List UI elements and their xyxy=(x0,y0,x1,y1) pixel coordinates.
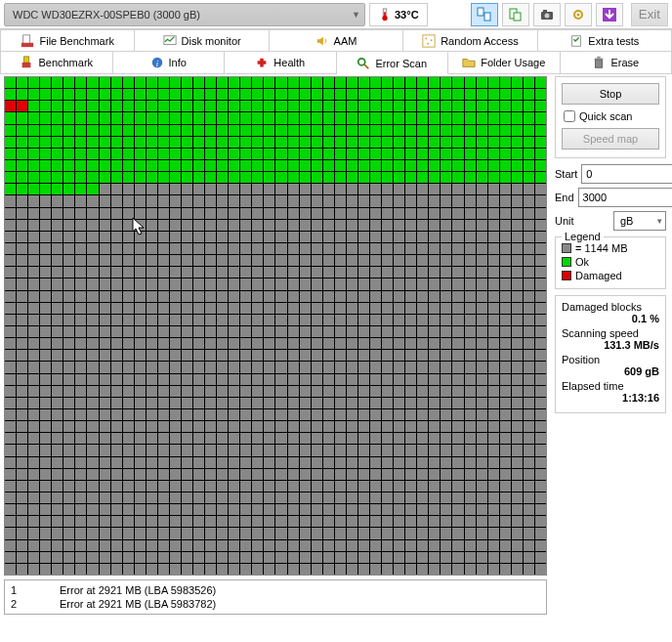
scan-cell xyxy=(264,433,274,444)
scan-cell xyxy=(75,504,86,515)
toolbar-icon-a[interactable] xyxy=(471,3,498,26)
scan-cell xyxy=(347,469,357,480)
scan-cell xyxy=(28,338,39,349)
scan-cell xyxy=(465,528,476,538)
tab-benchmark[interactable]: Benchmark xyxy=(0,52,113,74)
tab-erase[interactable]: Erase xyxy=(561,52,673,74)
unit-select[interactable]: gB▾ xyxy=(613,211,666,231)
tab-extra-tests[interactable]: Extra tests xyxy=(538,29,672,52)
scan-cell xyxy=(252,516,263,527)
scan-cell xyxy=(264,291,274,302)
scan-cell xyxy=(477,362,487,372)
scan-cell xyxy=(335,350,346,361)
scan-cell xyxy=(28,540,39,551)
scan-cell xyxy=(217,564,228,575)
elapsed-label: Elapsed time xyxy=(562,380,659,392)
camera-icon[interactable] xyxy=(533,3,561,26)
scan-cell xyxy=(75,528,86,538)
scan-cell xyxy=(477,220,487,231)
scan-cell xyxy=(123,409,134,420)
scan-cell xyxy=(170,481,181,492)
scan-cell xyxy=(323,409,334,420)
scan-cell xyxy=(240,112,251,123)
scan-cell xyxy=(417,469,428,480)
scan-cell xyxy=(465,516,476,527)
drive-name: WDC WD30EZRX-00SPEB0 (3000 gB) xyxy=(13,9,200,21)
scan-cell xyxy=(158,492,169,503)
scan-cell xyxy=(452,267,463,278)
scan-cell xyxy=(288,504,299,515)
scan-cell xyxy=(158,101,169,111)
scan-cell xyxy=(512,208,523,219)
scan-cell xyxy=(488,374,499,385)
scan-cell xyxy=(288,445,299,455)
scan-cell xyxy=(63,326,74,337)
scan-cell xyxy=(63,350,74,361)
scan-cell xyxy=(370,149,381,159)
scan-cell xyxy=(229,303,239,314)
scan-cell xyxy=(465,149,476,159)
tab-health[interactable]: Health xyxy=(225,52,337,74)
scan-cell xyxy=(229,338,239,349)
scan-cell xyxy=(100,112,110,123)
scan-cell xyxy=(147,232,157,242)
drive-dropdown[interactable]: WDC WD30EZRX-00SPEB0 (3000 gB) ▼ xyxy=(4,3,365,26)
scan-cell xyxy=(75,386,86,397)
scan-cell xyxy=(394,386,404,397)
scan-cell xyxy=(5,208,16,219)
start-input[interactable]: ▲▼ xyxy=(581,164,672,184)
scan-cell xyxy=(382,540,393,551)
scan-cell xyxy=(429,77,440,88)
stop-button[interactable]: Stop xyxy=(562,83,659,105)
scan-cell xyxy=(382,457,393,468)
scan-cell xyxy=(217,160,228,171)
scan-cell xyxy=(382,208,393,219)
end-input[interactable]: ▲▼ xyxy=(578,188,672,207)
scan-cell xyxy=(405,386,416,397)
exit-button[interactable]: Exit xyxy=(631,3,668,26)
tab-error-scan[interactable]: Error Scan xyxy=(337,52,449,74)
scan-cell xyxy=(182,469,192,480)
scan-cell xyxy=(193,504,204,515)
toolbar-icon-b[interactable] xyxy=(502,3,529,26)
scan-cell xyxy=(500,278,511,289)
tab-folder-usage[interactable]: Folder Usage xyxy=(448,52,561,74)
download-icon[interactable] xyxy=(596,3,623,26)
chevron-down-icon: ▼ xyxy=(352,10,360,20)
temperature-badge: 33°C xyxy=(369,3,428,26)
scan-cell xyxy=(370,208,381,219)
scan-cell xyxy=(417,303,428,314)
scan-cell xyxy=(477,101,487,111)
quick-scan-checkbox[interactable]: Quick scan xyxy=(562,110,659,122)
scan-cell xyxy=(205,540,216,551)
tab-disk-monitor[interactable]: Disk monitor xyxy=(135,29,269,52)
scan-cell xyxy=(52,89,63,100)
scan-cell xyxy=(28,220,39,231)
gear-icon[interactable] xyxy=(565,3,592,26)
scan-cell xyxy=(500,255,511,266)
tab-random-access[interactable]: Random Access xyxy=(403,29,537,52)
scan-cell xyxy=(52,564,63,575)
scan-cell xyxy=(417,184,428,194)
scan-cell xyxy=(217,457,228,468)
scan-cell xyxy=(87,445,98,455)
speed-map-button[interactable]: Speed map xyxy=(562,128,659,150)
scan-cell xyxy=(40,362,51,372)
scan-cell xyxy=(535,516,546,527)
scan-cell xyxy=(205,350,216,361)
tab-aam[interactable]: AAM xyxy=(270,29,403,52)
scan-cell xyxy=(123,350,134,361)
tab-info[interactable]: iInfo xyxy=(113,52,226,74)
scan-cell xyxy=(488,504,499,515)
scan-cell xyxy=(394,220,404,231)
scan-cell xyxy=(63,184,74,194)
scan-cell xyxy=(452,433,463,444)
scan-cell xyxy=(441,303,451,314)
tab-file-benchmark[interactable]: File Benchmark xyxy=(0,29,135,52)
scan-cell xyxy=(394,516,404,527)
scan-cell xyxy=(323,172,334,183)
scan-cell xyxy=(52,232,63,242)
scan-cell xyxy=(264,398,274,408)
scan-cell xyxy=(300,398,311,408)
scan-cell xyxy=(75,564,86,575)
